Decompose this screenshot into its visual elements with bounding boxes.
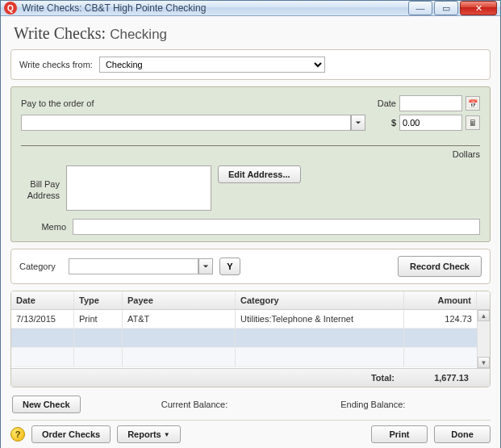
chevron-down-icon: ▼	[164, 431, 170, 438]
header-date[interactable]: Date	[11, 291, 74, 309]
header-amount[interactable]: Amount	[404, 291, 477, 309]
current-balance-label: Current Balance:	[161, 400, 228, 409]
category-input[interactable]	[69, 258, 198, 274]
close-button[interactable]: ✕	[460, 1, 497, 15]
date-label: Date	[378, 98, 396, 108]
address-input[interactable]	[66, 165, 211, 211]
scrollbar[interactable]: ▲ ▼	[477, 310, 490, 368]
cell-category: Utilities:Telephone & Internet	[236, 310, 404, 328]
table-row[interactable]: 7/13/2015 Print AT&T Utilities:Telephone…	[11, 310, 477, 329]
header-type[interactable]: Type	[74, 291, 123, 309]
reports-label: Reports	[127, 429, 161, 439]
edit-address-button[interactable]: Edit Address...	[218, 165, 301, 183]
register-total-row: Total: 1,677.13	[11, 368, 490, 387]
total-label: Total:	[16, 373, 404, 383]
total-value: 1,677.13	[404, 373, 485, 383]
table-row[interactable]	[11, 348, 477, 367]
content-area: Write Checks: Checking Write checks from…	[1, 16, 500, 448]
dollars-line	[21, 145, 480, 146]
help-icon[interactable]: ?	[10, 427, 25, 442]
header-payee[interactable]: Payee	[123, 291, 236, 309]
check-panel: Pay to the order of Date 📅 $ 🖩	[10, 86, 491, 242]
category-label: Category	[19, 262, 56, 271]
new-check-button[interactable]: New Check	[12, 396, 81, 413]
footer-toolbar: ? Order Checks Reports ▼ Print Done	[10, 420, 491, 443]
titlebar[interactable]: Q Write Checks: CB&T High Pointe Checkin…	[1, 1, 500, 16]
header-category[interactable]: Category	[236, 291, 404, 309]
calculator-icon[interactable]: 🖩	[466, 115, 480, 130]
memo-input[interactable]	[73, 219, 480, 235]
print-button[interactable]: Print	[371, 425, 428, 443]
page-title-account: Checking	[110, 27, 167, 42]
chevron-down-icon	[355, 119, 361, 126]
scroll-up-icon[interactable]: ▲	[478, 310, 490, 321]
write-checks-window: Q Write Checks: CB&T High Pointe Checkin…	[0, 0, 501, 448]
order-checks-button[interactable]: Order Checks	[31, 425, 111, 443]
memo-label: Memo	[21, 222, 66, 232]
write-from-label: Write checks from:	[19, 60, 93, 69]
payee-input[interactable]	[21, 115, 351, 131]
category-panel: Category Y Record Check	[10, 249, 491, 284]
register-table: Date Type Payee Category Amount 7/13/201…	[10, 291, 491, 387]
table-row[interactable]	[11, 329, 477, 348]
write-from-select[interactable]: Checking	[99, 57, 325, 73]
cell-payee: AT&T	[123, 310, 236, 328]
reports-button[interactable]: Reports ▼	[117, 425, 180, 443]
date-input[interactable]	[399, 95, 462, 111]
ending-balance-label: Ending Balance:	[340, 400, 405, 409]
split-button[interactable]: Y	[219, 257, 240, 275]
bill-pay-address-label: Bill Pay Address	[21, 165, 60, 202]
chevron-down-icon	[202, 263, 209, 270]
write-from-panel: Write checks from: Checking	[10, 49, 491, 80]
cell-amount: 124.73	[404, 310, 477, 328]
pay-to-label: Pay to the order of	[21, 98, 371, 108]
amount-symbol: $	[391, 118, 396, 128]
record-check-button[interactable]: Record Check	[398, 256, 482, 277]
done-button[interactable]: Done	[434, 425, 491, 443]
calendar-icon[interactable]: 📅	[466, 96, 480, 111]
amount-input[interactable]	[399, 115, 462, 131]
maximize-button[interactable]: ▭	[434, 1, 458, 15]
window-title: Write Checks: CB&T High Pointe Checking	[22, 2, 407, 14]
scroll-down-icon[interactable]: ▼	[478, 357, 490, 368]
payee-dropdown-button[interactable]	[351, 115, 365, 131]
app-icon: Q	[4, 2, 17, 15]
balance-row: New Check Current Balance: Ending Balanc…	[10, 392, 491, 417]
category-dropdown-button[interactable]	[198, 258, 213, 274]
cell-type: Print	[74, 310, 123, 328]
dollars-label: Dollars	[21, 149, 480, 159]
page-title: Write Checks: Checking	[14, 24, 491, 43]
register-header: Date Type Payee Category Amount	[11, 291, 490, 310]
page-title-prefix: Write Checks:	[14, 24, 106, 42]
minimize-button[interactable]: —	[408, 1, 432, 15]
cell-date: 7/13/2015	[11, 310, 74, 328]
